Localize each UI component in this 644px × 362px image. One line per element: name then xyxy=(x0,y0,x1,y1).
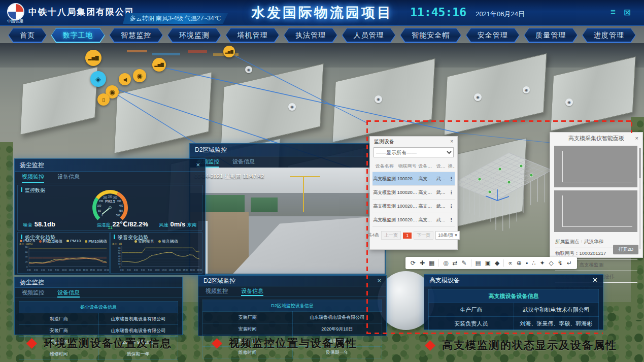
bim-tool-icon[interactable]: ◆ xyxy=(495,260,499,266)
svg-text:500: 500 xyxy=(116,214,120,217)
prev-page-button[interactable]: 上一页 xyxy=(381,231,401,240)
panel-title: 扬尘监控 xyxy=(20,277,44,287)
nav-tab-personnel[interactable]: 人员管理 xyxy=(342,28,396,43)
tab-device-info[interactable]: 设备信息 xyxy=(232,156,255,168)
legend-item: PM2.5阈值 xyxy=(39,239,62,244)
svg-text:40: 40 xyxy=(25,255,28,258)
camera-icon: ◉ xyxy=(290,105,294,109)
tree-band xyxy=(0,142,13,310)
close-icon[interactable]: × xyxy=(450,137,453,147)
panel-title: 扬尘监控 xyxy=(20,159,44,171)
bim-tool-icon[interactable]: ↯ xyxy=(558,260,563,266)
nav-tab-home[interactable]: 首页 xyxy=(8,28,47,43)
bim-tool-icon[interactable]: ⊕ xyxy=(517,260,522,266)
tab-device-info[interactable]: 设备信息 xyxy=(57,288,80,298)
svg-text:22:00: 22:00 xyxy=(197,269,202,271)
bim-tool-icon[interactable]: ▣ xyxy=(485,260,491,266)
bim-tool-icon[interactable]: ✎ xyxy=(462,260,467,266)
table-title: 扬尘设备设备信息 xyxy=(19,302,178,313)
nav-tab-smart-helmet[interactable]: 智能安全帽 xyxy=(400,28,461,43)
svg-text:50: 50 xyxy=(118,252,121,254)
open-2d-button[interactable]: 打开2D xyxy=(613,245,638,254)
current-page[interactable]: 1 xyxy=(403,233,412,239)
svg-text:2:00: 2:00 xyxy=(127,269,131,271)
rooftop-camera-icon[interactable]: ◉ xyxy=(375,95,382,103)
tab-device-info[interactable]: 设备信息 xyxy=(57,172,80,183)
page-size-select[interactable]: 10条/页 ▾ xyxy=(435,231,460,240)
row-actions-icon[interactable]: ⋮ xyxy=(448,172,455,186)
camera-marker-icon[interactable]: ◉ xyxy=(133,69,146,82)
bim-model-viewport[interactable] xyxy=(449,144,556,260)
device-row[interactable]: 高支模监测1000201210 高支模监测武汉华和 ⋮ xyxy=(372,213,455,227)
tower-crane xyxy=(303,176,304,212)
svg-text:14:00: 14:00 xyxy=(168,269,174,271)
nav-tab-quality[interactable]: 质量管理 xyxy=(524,28,578,43)
dust-chart-marker-icon[interactable]: ▂▅▇ xyxy=(223,46,235,57)
close-icon[interactable]: × xyxy=(196,159,200,171)
nav-tab-safety[interactable]: 安全管理 xyxy=(466,28,520,43)
close-icon[interactable]: × xyxy=(377,276,381,286)
svg-text:0: 0 xyxy=(101,214,103,217)
dust-device-info-panel: 扬尘监控 视频监控 设备信息 扬尘设备设备信息 制造厂商山东瑞鲁机电设备有限公司… xyxy=(14,277,183,335)
rooftop-camera-icon[interactable]: ◉ xyxy=(565,98,573,106)
list-header: 设备名称 物联网号 设备类型 设备厂商 操作 xyxy=(372,160,455,172)
bim-tool-icon[interactable]: ⇄ xyxy=(453,260,458,266)
bim-tool-icon[interactable]: ◇ xyxy=(549,260,554,266)
table-row: 安装厂商山东瑞鲁机电设备有限公司 xyxy=(19,325,178,337)
bim-tool-icon[interactable]: ⟳ xyxy=(411,260,416,266)
row-actions-icon[interactable]: ⋮ xyxy=(448,213,455,227)
row-actions-icon[interactable]: ⋮ xyxy=(448,200,455,213)
rooftop-camera-icon[interactable]: ◉ xyxy=(288,103,296,111)
nav-tab-progress[interactable]: 进度管理 xyxy=(582,28,636,43)
date: 2021年06月24日 xyxy=(476,10,525,19)
row-actions-icon[interactable]: ⋮ xyxy=(448,186,455,200)
menu-icon[interactable]: ≡ xyxy=(611,7,616,17)
video-feed[interactable]: 06-24-2021 星期四 11:47:42 xyxy=(190,168,385,274)
bim-tool-icon[interactable]: ▪ xyxy=(526,260,528,266)
rooftop-camera-icon[interactable]: ◉ xyxy=(523,86,530,93)
rooftop-camera-icon[interactable]: ◉ xyxy=(474,93,482,101)
bim-tool-icon[interactable]: ↵ xyxy=(567,260,572,266)
sensor-marker-icon[interactable]: ▯ xyxy=(97,93,110,106)
nav-tab-digital-site[interactable]: 数字工地 xyxy=(51,28,105,43)
camera-icon: ◉ xyxy=(247,68,251,72)
bim-tool-icon[interactable]: ▤ xyxy=(476,260,481,266)
bim-tool-icon[interactable]: ◎ xyxy=(443,260,448,266)
nav-tab-environment[interactable]: 环境监测 xyxy=(167,28,221,43)
bim-tool-icon[interactable]: ∝ xyxy=(508,260,513,266)
nav-tab-tower-crane[interactable]: 塔机管理 xyxy=(225,28,279,43)
close-icon[interactable]: × xyxy=(635,133,638,144)
svg-text:6:00: 6:00 xyxy=(48,269,52,271)
device-icon: ◈ xyxy=(95,75,101,83)
bar-chart-icon: ▂▅▇ xyxy=(154,62,163,67)
scrollbar[interactable] xyxy=(639,148,641,249)
svg-text:30: 30 xyxy=(118,257,121,260)
tab-video-monitor[interactable]: 视频监控 xyxy=(22,172,44,183)
clock: 11:45:16 xyxy=(410,6,466,19)
device-filter-select[interactable]: ——显示所有—— xyxy=(374,147,454,157)
svg-text:400: 400 xyxy=(119,205,123,207)
device-row[interactable]: 高支模监测1000201212 高支模监测武汉华和 ⋮ xyxy=(372,200,455,213)
device-row[interactable]: 高支模监测1000201206 高支模监测武汉华和 ⋮ xyxy=(372,186,455,200)
close-icon[interactable]: ✕ xyxy=(592,275,598,286)
tab-device-info[interactable]: 设备信息 xyxy=(241,286,263,296)
alarm-marker-icon[interactable]: ◀ xyxy=(119,73,131,85)
bim-tool-icon[interactable]: ∴ xyxy=(532,260,536,266)
dust-chart-marker-icon[interactable]: ▂▅▇ xyxy=(152,58,166,72)
scaffold-net xyxy=(202,195,245,213)
tab-video-monitor[interactable]: 视频监控 xyxy=(206,286,228,296)
bim-tool-icon[interactable]: ✦ xyxy=(540,260,545,266)
dust-chart-marker-icon[interactable]: ▂▅▇ xyxy=(85,50,101,66)
next-page-button[interactable]: 下一页 xyxy=(414,231,433,240)
bim-tool-icon[interactable]: ✚ xyxy=(420,260,425,266)
tab-video-monitor[interactable]: 视频监控 xyxy=(22,288,44,298)
nav-tab-enforcement[interactable]: 执法管理 xyxy=(284,28,337,43)
collapse-icon[interactable]: ⊠ xyxy=(624,7,631,18)
legend-item: PM10 xyxy=(66,239,81,244)
monitor-marker-icon[interactable]: ◈ xyxy=(90,71,106,87)
rooftop-camera-icon[interactable]: ◉ xyxy=(245,66,252,73)
nav-tab-smart-monitor[interactable]: 智慧监控 xyxy=(109,28,163,43)
svg-text:10:00: 10:00 xyxy=(62,269,67,271)
device-row[interactable]: 高支模监测1000201217 高支模监测武汉华和 ⋮ xyxy=(372,172,455,186)
bim-tool-icon[interactable]: ▦ xyxy=(429,260,434,266)
